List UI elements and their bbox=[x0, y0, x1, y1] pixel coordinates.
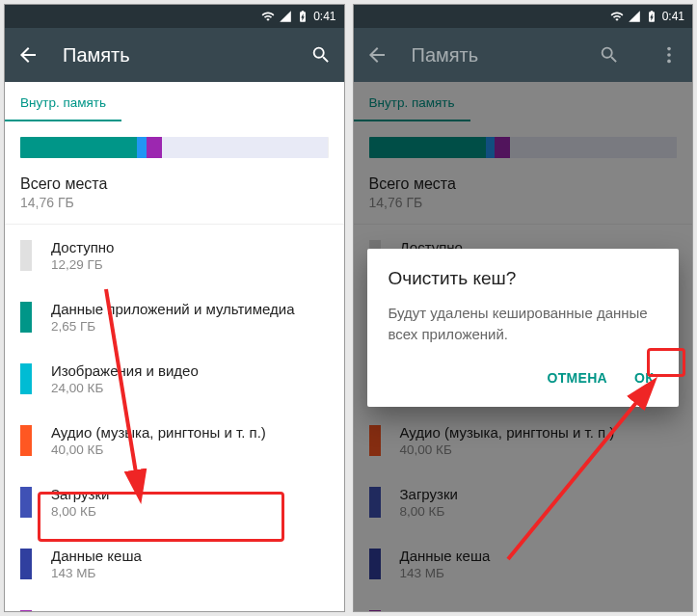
storage-row-available[interactable]: Доступно12,29 ГБ bbox=[5, 225, 344, 286]
overflow-icon bbox=[657, 43, 681, 67]
storage-row-other[interactable]: Прочее173 МБ bbox=[5, 595, 344, 611]
row-sub: 2,65 ГБ bbox=[51, 319, 329, 334]
row-sub: 12,29 ГБ bbox=[51, 257, 329, 272]
tab-internal[interactable]: Внутр. память bbox=[5, 82, 121, 121]
usage-segment bbox=[147, 137, 162, 158]
color-chip bbox=[20, 425, 32, 456]
back-icon bbox=[365, 43, 389, 67]
signal-icon bbox=[279, 10, 292, 23]
color-chip bbox=[20, 363, 32, 394]
dialog-title: Очистить кеш? bbox=[389, 268, 658, 289]
signal-icon bbox=[628, 10, 641, 23]
phone-left: 0:41 Память Внутр. память Всего места 14… bbox=[4, 4, 345, 612]
status-bar: 0:41 bbox=[354, 5, 693, 28]
svg-point-4 bbox=[667, 60, 671, 64]
app-bar: Память bbox=[354, 28, 693, 82]
cancel-button[interactable]: ОТМЕНА bbox=[543, 364, 610, 391]
page-title: Память bbox=[63, 44, 286, 67]
color-chip bbox=[20, 302, 32, 333]
storage-row-downloads[interactable]: Загрузки8,00 КБ bbox=[5, 471, 344, 533]
phone-right: 0:41 Память Внутр. память Всего места 14… bbox=[353, 4, 694, 612]
search-icon[interactable] bbox=[309, 43, 333, 67]
search-icon bbox=[598, 43, 621, 67]
dialog-actions: ОТМЕНА ОК bbox=[389, 361, 658, 399]
svg-point-2 bbox=[667, 47, 671, 51]
row-title: Аудио (музыка, рингтоны и т. п.) bbox=[51, 424, 329, 441]
row-sub: 40,00 КБ bbox=[51, 442, 329, 457]
storage-row-audio[interactable]: Аудио (музыка, рингтоны и т. п.)40,00 КБ bbox=[5, 410, 344, 471]
wifi-icon bbox=[610, 10, 624, 23]
total-block: Всего места 14,76 ГБ bbox=[5, 166, 344, 225]
battery-icon bbox=[296, 10, 309, 23]
row-sub: 8,00 КБ bbox=[51, 504, 329, 519]
clock-text: 0:41 bbox=[662, 10, 684, 23]
row-title: Данные кеша bbox=[51, 548, 329, 564]
color-chip bbox=[20, 487, 32, 518]
row-sub: 143 МБ bbox=[51, 566, 329, 580]
row-title: Доступно bbox=[51, 239, 329, 255]
ok-button[interactable]: ОК bbox=[630, 364, 657, 391]
row-title: Данные приложений и мультимедиа bbox=[51, 301, 329, 317]
usage-segment bbox=[137, 137, 147, 158]
row-title: Загрузки bbox=[51, 486, 329, 502]
storage-content: Внутр. память Всего места 14,76 ГБ Досту… bbox=[5, 82, 344, 611]
row-title: Изображения и видео bbox=[51, 362, 329, 379]
storage-row-apps[interactable]: Данные приложений и мультимедиа2,65 ГБ bbox=[5, 286, 344, 348]
svg-point-3 bbox=[667, 53, 671, 57]
total-value: 14,76 ГБ bbox=[20, 195, 329, 210]
page-title: Память bbox=[412, 44, 576, 67]
status-bar: 0:41 bbox=[5, 5, 344, 28]
app-bar: Память bbox=[5, 28, 344, 82]
total-label: Всего места bbox=[20, 175, 329, 193]
back-icon[interactable] bbox=[16, 43, 40, 67]
color-chip bbox=[20, 610, 32, 611]
clock-text: 0:41 bbox=[313, 10, 335, 23]
storage-row-images[interactable]: Изображения и видео24,00 КБ bbox=[5, 348, 344, 410]
color-chip bbox=[20, 240, 32, 271]
storage-row-cache[interactable]: Данные кеша143 МБ bbox=[5, 533, 344, 595]
usage-segment bbox=[20, 137, 137, 158]
usage-bar bbox=[20, 137, 329, 158]
wifi-icon bbox=[261, 10, 275, 23]
color-chip bbox=[20, 549, 32, 579]
row-title: Прочее bbox=[51, 609, 329, 611]
battery-icon bbox=[645, 10, 658, 23]
row-sub: 24,00 КБ bbox=[51, 381, 329, 395]
clear-cache-dialog: Очистить кеш? Будут удалены кешированные… bbox=[367, 249, 680, 407]
dialog-message: Будут удалены кешированные данные всех п… bbox=[389, 303, 658, 345]
usage-segment bbox=[162, 137, 329, 158]
